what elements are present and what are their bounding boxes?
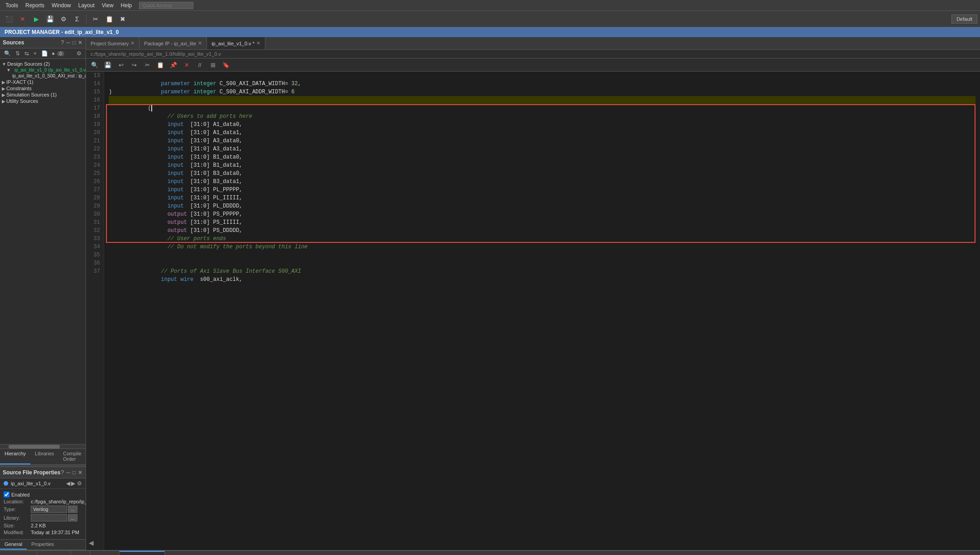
props-next-btn[interactable]: ▶	[71, 480, 75, 487]
tree-utility-label: Utility Sources	[6, 98, 38, 104]
editor-copy-btn[interactable]: 📋	[154, 59, 166, 70]
editor-redo-btn[interactable]: ↪	[128, 59, 140, 70]
kw-input-37: input	[161, 276, 177, 283]
toolbar-save-btn[interactable]: 💾	[43, 13, 56, 25]
editor-paste-btn[interactable]: 📌	[168, 59, 179, 70]
btab-design-runs[interactable]: Design Runs ✕	[120, 551, 165, 555]
toolbar-delete-btn[interactable]: ✖	[116, 13, 129, 25]
props-file-dot	[4, 481, 8, 486]
menu-layout[interactable]: Layout	[75, 1, 98, 10]
props-close-icon[interactable]: ✕	[77, 469, 83, 476]
kw-input-19: input	[168, 130, 184, 136]
editor-save-btn[interactable]: 💾	[102, 59, 114, 70]
menu-view[interactable]: View	[98, 1, 117, 10]
props-restore-icon[interactable]: □	[72, 469, 76, 476]
toolbar-cut-btn[interactable]: ✂	[89, 13, 102, 25]
props-type-browse-btn[interactable]: ...	[68, 506, 77, 513]
main-layout: Sources ? ─ □ ✕ 🔍 ⇅ ⇆ + 📄 ● 0 ⚙	[0, 37, 980, 550]
sources-close-icon[interactable]: ✕	[77, 39, 83, 46]
props-enabled-label: Enabled	[11, 492, 29, 497]
sources-copy-btn[interactable]: 📄	[40, 50, 49, 57]
toolbar-run-btn[interactable]: ▶	[30, 13, 43, 25]
props-prev-btn[interactable]: ◀	[66, 480, 70, 487]
menu-window[interactable]: Window	[48, 1, 75, 10]
menu-help[interactable]: Help	[117, 1, 136, 10]
editor-search-btn[interactable]: 🔍	[89, 59, 101, 70]
tree-utility-sources[interactable]: ▶ Utility Sources	[0, 98, 86, 104]
code-line-35	[109, 251, 975, 259]
tree-ip-inst[interactable]: ip_axi_lite_v1_0_S00_AXI_inst : ip_axi_l…	[9, 73, 86, 79]
tab-package-ip-close[interactable]: ✕	[198, 40, 202, 46]
props-library-browse-btn[interactable]: ...	[68, 514, 77, 521]
quick-access-input[interactable]	[139, 2, 193, 9]
sources-search-btn[interactable]: 🔍	[3, 50, 12, 57]
toolbar-stop-btn[interactable]: ✕	[16, 13, 29, 25]
props-minimize-icon[interactable]: ─	[66, 469, 71, 476]
toolbar-sigma-btn[interactable]: Σ	[71, 13, 83, 25]
menu-reports[interactable]: Reports	[22, 1, 48, 10]
sources-collapse-all-btn[interactable]: ⇅	[14, 50, 21, 57]
toolbar-copy-btn[interactable]: 📋	[103, 13, 115, 25]
btab-reports[interactable]: Reports	[91, 551, 120, 555]
tree-design-sources[interactable]: ▼ Design Sources (2)	[0, 61, 86, 67]
tab-main-file-close[interactable]: ✕	[256, 40, 260, 46]
tree-ip-xact[interactable]: ▶ IP-XACT (1)	[0, 79, 86, 85]
tree-ip-axi-lite[interactable]: ▼ ip_axi_lite_v1_0 (ip_axi_lite_v1_0.v) …	[5, 67, 86, 73]
editor-cut-btn[interactable]: ✂	[141, 59, 153, 70]
btab-messages[interactable]: Messages	[37, 551, 71, 555]
btab-tcl-console[interactable]: Tcl Console	[0, 551, 37, 555]
editor-comment-btn[interactable]: //	[194, 59, 206, 70]
tab-package-ip[interactable]: Package IP - ip_axi_lite ✕	[139, 37, 207, 49]
editor-undo-btn[interactable]: ↩	[115, 59, 127, 70]
tab-project-summary[interactable]: Project Summary ✕	[86, 37, 139, 49]
type-integer-13: integer	[193, 81, 216, 87]
line-num-26: 26	[90, 178, 100, 186]
code-editor-area[interactable]: 13 14 15 16 17 18 19 20 21 22 23 24 25 2…	[86, 72, 980, 550]
editor-delete-btn[interactable]: ✕	[181, 59, 192, 70]
sources-restore-icon[interactable]: □	[72, 39, 76, 46]
sources-help-icon[interactable]: ?	[61, 39, 65, 46]
tab-properties[interactable]: Properties	[27, 540, 58, 550]
kw-input-25: input	[168, 179, 184, 185]
tree-constraints[interactable]: ▶ Constraints	[0, 85, 86, 92]
sources-add-btn[interactable]: +	[32, 50, 38, 57]
props-library-input[interactable]	[31, 514, 67, 521]
tab-compile-order[interactable]: Compile Order	[58, 449, 86, 464]
tab-general[interactable]: General	[0, 540, 27, 550]
tree-constraints-label: Constraints	[6, 86, 32, 91]
menu-tools[interactable]: Tools	[2, 1, 22, 10]
props-enabled-checkbox[interactable]	[4, 492, 10, 497]
arrow-right-icon-4: ▶	[2, 99, 5, 104]
tab-hierarchy[interactable]: Hierarchy	[0, 449, 30, 464]
kw-output-29: output	[168, 211, 187, 217]
code-editor: 13 14 15 16 17 18 19 20 21 22 23 24 25 2…	[86, 72, 980, 550]
sources-hscrollbar[interactable]	[0, 444, 86, 449]
editor-table-btn[interactable]: ⊞	[207, 59, 219, 70]
editor-bookmark-btn[interactable]: 🔖	[220, 59, 232, 70]
props-help-icon[interactable]: ?	[61, 469, 65, 476]
default-button[interactable]: Default	[951, 14, 977, 24]
tab-project-summary-close[interactable]: ✕	[130, 40, 135, 46]
sources-gear-btn[interactable]: ⚙	[75, 50, 83, 57]
tree-sim-sources[interactable]: ▶ Simulation Sources (1)	[0, 92, 86, 98]
sources-minimize-icon[interactable]: ─	[66, 39, 71, 46]
toolbar-settings-btn[interactable]: ⚙	[57, 13, 70, 25]
props-panel-header: Source File Properties ? ─ □ ✕	[0, 467, 86, 478]
btab-log[interactable]: Log	[71, 551, 91, 555]
file-path-bar: c:/fpga_share/ip_repo/ip_axi_lite_1.0/hd…	[86, 50, 980, 58]
kw-input-18: input	[168, 121, 184, 128]
code-line-16: (	[109, 96, 975, 104]
toolbar-new-btn[interactable]: ⬛	[3, 13, 15, 25]
props-type-input[interactable]	[31, 506, 67, 513]
line-num-19: 19	[90, 121, 100, 129]
tab-libraries[interactable]: Libraries	[30, 449, 58, 464]
sources-expand-all-btn[interactable]: ⇆	[23, 50, 30, 57]
props-filename: ip_axi_lite_v1_0.v	[11, 481, 50, 486]
editor-scroll-left-btn[interactable]: ◀	[89, 539, 94, 546]
sources-filter-icon[interactable]: ●	[51, 50, 55, 57]
tab-main-file[interactable]: ip_axi_lite_v1_0.v * ✕	[207, 37, 265, 49]
kw-input-28: input	[168, 203, 184, 209]
kw-input-21: input	[168, 146, 184, 152]
tab-main-file-label: ip_axi_lite_v1_0.v *	[211, 41, 255, 46]
props-gear-btn[interactable]: ⚙	[77, 480, 82, 487]
